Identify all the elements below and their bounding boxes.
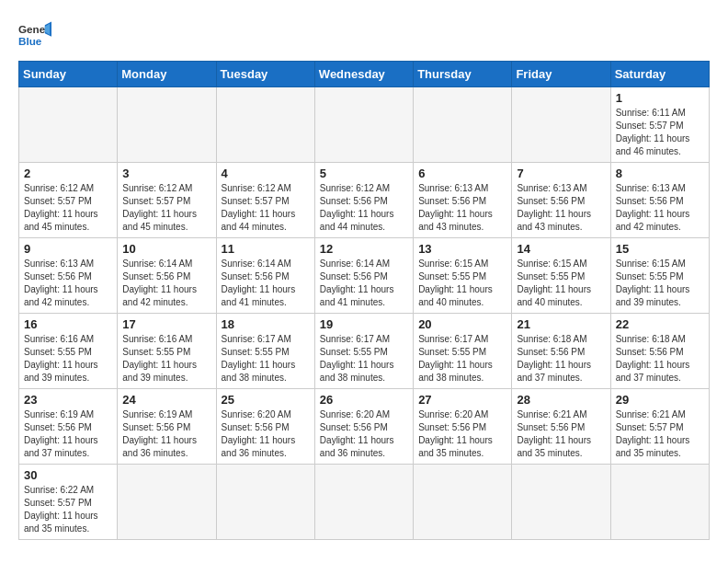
calendar-cell: 22Sunrise: 6:18 AMSunset: 5:56 PMDayligh… [610,314,709,389]
day-number: 30 [24,468,112,482]
day-number: 24 [122,393,210,407]
calendar-cell: 6Sunrise: 6:13 AMSunset: 5:56 PMDaylight… [414,163,512,238]
day-info: Sunrise: 6:12 AMSunset: 5:57 PMDaylight:… [222,182,310,234]
calendar-cell: 16Sunrise: 6:16 AMSunset: 5:55 PMDayligh… [19,314,118,389]
calendar-header-row: Sunday Monday Tuesday Wednesday Thursday… [19,62,710,87]
header-sunday: Sunday [19,62,118,87]
calendar-table: Sunday Monday Tuesday Wednesday Thursday… [18,61,710,540]
header-monday: Monday [118,62,216,87]
day-info: Sunrise: 6:20 AMSunset: 5:56 PMDaylight:… [222,408,310,460]
day-info: Sunrise: 6:13 AMSunset: 5:56 PMDaylight:… [616,182,704,234]
calendar-cell: 3Sunrise: 6:12 AMSunset: 5:57 PMDaylight… [118,163,216,238]
day-info: Sunrise: 6:20 AMSunset: 5:56 PMDaylight:… [320,408,408,460]
calendar-cell: 30Sunrise: 6:22 AMSunset: 5:57 PMDayligh… [19,465,118,540]
day-number: 10 [122,242,210,256]
day-number: 9 [24,242,112,256]
day-number: 17 [122,317,210,331]
day-number: 22 [616,317,704,331]
day-info: Sunrise: 6:13 AMSunset: 5:56 PMDaylight:… [418,182,506,234]
header: General Blue [18,18,710,52]
calendar-cell: 23Sunrise: 6:19 AMSunset: 5:56 PMDayligh… [19,389,118,465]
day-info: Sunrise: 6:18 AMSunset: 5:56 PMDaylight:… [616,333,704,385]
day-number: 2 [24,167,112,180]
day-info: Sunrise: 6:12 AMSunset: 5:57 PMDaylight:… [24,182,112,234]
day-info: Sunrise: 6:12 AMSunset: 5:56 PMDaylight:… [320,182,408,234]
day-number: 21 [517,317,605,331]
calendar-cell: 20Sunrise: 6:17 AMSunset: 5:55 PMDayligh… [414,314,512,389]
calendar-cell [414,87,512,163]
day-number: 28 [517,393,605,407]
day-number: 7 [517,167,605,180]
day-info: Sunrise: 6:21 AMSunset: 5:56 PMDaylight:… [517,408,605,460]
day-number: 13 [418,242,506,256]
calendar-cell: 25Sunrise: 6:20 AMSunset: 5:56 PMDayligh… [216,389,314,465]
calendar-cell [414,465,512,540]
day-info: Sunrise: 6:17 AMSunset: 5:55 PMDaylight:… [222,333,310,385]
calendar-cell: 21Sunrise: 6:18 AMSunset: 5:56 PMDayligh… [512,314,610,389]
calendar-week-0: 1Sunrise: 6:11 AMSunset: 5:57 PMDaylight… [19,87,710,163]
logo: General Blue [18,18,51,52]
calendar-cell: 11Sunrise: 6:14 AMSunset: 5:56 PMDayligh… [216,238,314,314]
calendar-cell [216,87,314,163]
day-info: Sunrise: 6:13 AMSunset: 5:56 PMDaylight:… [24,258,112,309]
general-blue-logo-icon: General Blue [18,18,51,52]
day-info: Sunrise: 6:16 AMSunset: 5:55 PMDaylight:… [122,333,210,385]
day-number: 27 [418,393,506,407]
day-number: 26 [320,393,408,407]
day-info: Sunrise: 6:17 AMSunset: 5:55 PMDaylight:… [320,333,408,385]
header-wednesday: Wednesday [314,62,413,87]
calendar-cell: 12Sunrise: 6:14 AMSunset: 5:56 PMDayligh… [314,238,413,314]
calendar-cell: 13Sunrise: 6:15 AMSunset: 5:55 PMDayligh… [414,238,512,314]
calendar-cell: 28Sunrise: 6:21 AMSunset: 5:56 PMDayligh… [512,389,610,465]
calendar-cell: 1Sunrise: 6:11 AMSunset: 5:57 PMDaylight… [610,87,709,163]
calendar-cell: 5Sunrise: 6:12 AMSunset: 5:56 PMDaylight… [314,163,413,238]
day-info: Sunrise: 6:16 AMSunset: 5:55 PMDaylight:… [24,333,112,385]
calendar-cell: 9Sunrise: 6:13 AMSunset: 5:56 PMDaylight… [19,238,118,314]
calendar-cell: 15Sunrise: 6:15 AMSunset: 5:55 PMDayligh… [610,238,709,314]
day-number: 8 [616,167,704,180]
day-info: Sunrise: 6:20 AMSunset: 5:56 PMDaylight:… [418,408,506,460]
day-info: Sunrise: 6:17 AMSunset: 5:55 PMDaylight:… [418,333,506,385]
day-number: 19 [320,317,408,331]
day-info: Sunrise: 6:19 AMSunset: 5:56 PMDaylight:… [24,408,112,460]
calendar-cell: 7Sunrise: 6:13 AMSunset: 5:56 PMDaylight… [512,163,610,238]
day-number: 11 [222,242,310,256]
day-number: 1 [616,91,704,105]
calendar-cell: 29Sunrise: 6:21 AMSunset: 5:57 PMDayligh… [610,389,709,465]
day-info: Sunrise: 6:19 AMSunset: 5:56 PMDaylight:… [122,408,210,460]
calendar-cell [314,465,413,540]
day-info: Sunrise: 6:15 AMSunset: 5:55 PMDaylight:… [418,258,506,309]
day-info: Sunrise: 6:15 AMSunset: 5:55 PMDaylight:… [616,258,704,309]
day-number: 5 [320,167,408,180]
calendar-cell: 27Sunrise: 6:20 AMSunset: 5:56 PMDayligh… [414,389,512,465]
day-info: Sunrise: 6:22 AMSunset: 5:57 PMDaylight:… [24,484,112,535]
calendar-cell: 10Sunrise: 6:14 AMSunset: 5:56 PMDayligh… [118,238,216,314]
day-number: 3 [122,167,210,180]
calendar-week-5: 30Sunrise: 6:22 AMSunset: 5:57 PMDayligh… [19,465,710,540]
day-info: Sunrise: 6:14 AMSunset: 5:56 PMDaylight:… [320,258,408,309]
day-number: 23 [24,393,112,407]
day-info: Sunrise: 6:14 AMSunset: 5:56 PMDaylight:… [122,258,210,309]
calendar-cell: 8Sunrise: 6:13 AMSunset: 5:56 PMDaylight… [610,163,709,238]
header-thursday: Thursday [414,62,512,87]
calendar-cell [512,465,610,540]
calendar-cell [314,87,413,163]
calendar-cell: 4Sunrise: 6:12 AMSunset: 5:57 PMDaylight… [216,163,314,238]
calendar-cell [610,465,709,540]
day-info: Sunrise: 6:13 AMSunset: 5:56 PMDaylight:… [517,182,605,234]
day-info: Sunrise: 6:12 AMSunset: 5:57 PMDaylight:… [122,182,210,234]
calendar-cell: 14Sunrise: 6:15 AMSunset: 5:55 PMDayligh… [512,238,610,314]
calendar-cell: 2Sunrise: 6:12 AMSunset: 5:57 PMDaylight… [19,163,118,238]
day-info: Sunrise: 6:18 AMSunset: 5:56 PMDaylight:… [517,333,605,385]
calendar-cell [118,465,216,540]
day-number: 25 [222,393,310,407]
calendar-cell [512,87,610,163]
calendar-week-2: 9Sunrise: 6:13 AMSunset: 5:56 PMDaylight… [19,238,710,314]
calendar-cell: 19Sunrise: 6:17 AMSunset: 5:55 PMDayligh… [314,314,413,389]
day-number: 12 [320,242,408,256]
calendar-cell: 24Sunrise: 6:19 AMSunset: 5:56 PMDayligh… [118,389,216,465]
day-number: 20 [418,317,506,331]
header-tuesday: Tuesday [216,62,314,87]
page: General Blue Sunday Monday Tuesday Wedne… [0,0,728,549]
calendar-cell: 26Sunrise: 6:20 AMSunset: 5:56 PMDayligh… [314,389,413,465]
